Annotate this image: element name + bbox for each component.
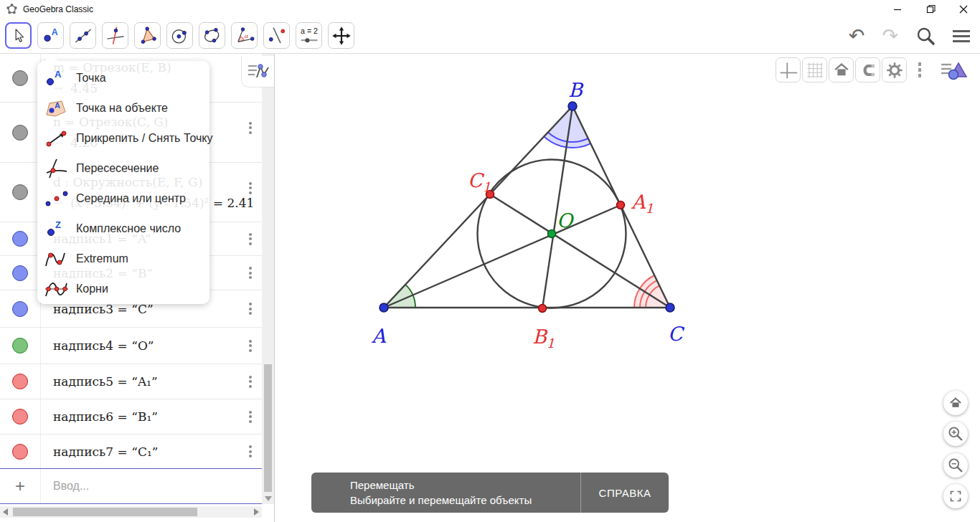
menu-item-extremum[interactable]: Extremum	[37, 244, 209, 274]
gear-icon	[885, 61, 904, 80]
minimize-button[interactable]	[881, 0, 914, 18]
visibility-toggle[interactable]	[12, 374, 28, 389]
tool-point-button[interactable]: A	[37, 22, 64, 49]
tool-reflect-button[interactable]	[263, 22, 290, 49]
visibility-toggle[interactable]	[12, 125, 28, 141]
graphics-more-menu[interactable]	[912, 57, 928, 82]
tool-slider-button[interactable]: a = 2	[296, 22, 322, 49]
row-menu-button[interactable]	[247, 336, 254, 356]
point-O[interactable]	[548, 230, 556, 238]
graphics-settings-button[interactable]	[882, 57, 907, 82]
complex-number-icon: Z	[44, 219, 70, 239]
row-menu-button[interactable]	[247, 442, 254, 462]
row-menu-button[interactable]	[247, 263, 254, 283]
row-menu-button[interactable]	[247, 229, 254, 249]
help-button[interactable]: СПРАВКА	[581, 473, 669, 513]
side-AB[interactable]	[384, 106, 573, 308]
point-icon: A	[44, 68, 70, 88]
title-bar: GeoGebra Classic	[0, 0, 980, 18]
graphics-style-toggle[interactable]	[938, 57, 970, 82]
scroll-right-arrow-icon[interactable]	[254, 508, 259, 516]
point-A[interactable]	[380, 303, 388, 312]
snap-to-grid-button[interactable]	[855, 57, 880, 82]
line-tool-icon	[73, 26, 93, 46]
zoom-in-button[interactable]	[943, 422, 968, 446]
tool-move-button[interactable]	[5, 22, 32, 49]
redo-button-disabled[interactable]: ↷	[882, 27, 898, 46]
point-B[interactable]	[568, 102, 577, 110]
horizontal-scrollbar-thumb[interactable]	[13, 508, 197, 516]
visibility-toggle[interactable]	[12, 338, 28, 353]
add-expression-button[interactable]: +	[15, 476, 25, 496]
visibility-toggle[interactable]	[12, 409, 28, 424]
algebra-row-text5[interactable]: надпись5 = “A₁”	[0, 364, 274, 399]
algebra-row-text7[interactable]: надпись7 = “C₁”	[0, 435, 274, 468]
construction-canvas[interactable]: B A C O C1 A1 B1	[275, 54, 980, 522]
point-B1[interactable]	[539, 305, 547, 313]
visibility-toggle[interactable]	[12, 70, 28, 86]
point-A1[interactable]	[617, 201, 625, 209]
menu-item-point[interactable]: A Точка	[37, 63, 209, 93]
menu-item-complex-number[interactable]: Z Комплексное число	[37, 214, 209, 244]
search-icon[interactable]	[915, 26, 936, 46]
vertical-scrollbar-thumb[interactable]	[264, 364, 272, 492]
tool-move-view-button[interactable]	[328, 22, 354, 49]
restore-button[interactable]	[914, 0, 947, 18]
toggle-axes-button[interactable]	[776, 57, 801, 82]
algebra-row-text4[interactable]: надпись4 = “O”	[0, 328, 274, 364]
svg-text:α: α	[244, 32, 249, 39]
menu-item-midpoint-center[interactable]: Середина или центр	[37, 184, 209, 214]
home-view-button[interactable]	[943, 391, 968, 415]
standard-view-button[interactable]	[829, 57, 854, 82]
fullscreen-button[interactable]	[943, 484, 968, 508]
toolbar: A	[0, 18, 980, 54]
menu-item-roots[interactable]: Корни	[37, 274, 209, 304]
main-menu-icon[interactable]	[953, 27, 970, 45]
circle-tool-icon	[170, 26, 190, 46]
tool-angle-button[interactable]: α	[231, 22, 258, 49]
tool-polygon-button[interactable]	[134, 22, 161, 49]
perpendicular-line-tool-icon	[105, 26, 126, 46]
horizontal-scrollbar[interactable]	[0, 506, 262, 518]
object-definition: надпись5 = “A₁”	[53, 374, 274, 389]
menu-item-point-on-object[interactable]: A Точка на объекте	[37, 93, 209, 123]
algebra-row-text6[interactable]: надпись6 = “B₁”	[0, 399, 274, 435]
axes-icon	[778, 60, 798, 81]
row-menu-button[interactable]	[247, 118, 254, 138]
polygon-tool-icon	[138, 26, 158, 46]
tool-line-button[interactable]	[70, 22, 96, 49]
object-definition: надпись7 = “C₁”	[53, 445, 274, 459]
midpoint-center-icon	[44, 189, 70, 209]
segment-A-A1[interactable]	[384, 205, 621, 308]
zoom-out-button[interactable]	[943, 453, 968, 478]
row-menu-button[interactable]	[247, 299, 254, 319]
visibility-toggle[interactable]	[12, 184, 28, 200]
row-menu-button[interactable]	[247, 407, 254, 427]
menu-item-attach-detach[interactable]: Прикрепить / Снять Точку	[37, 123, 209, 153]
row-menu-button[interactable]	[247, 371, 254, 392]
visibility-toggle[interactable]	[12, 265, 28, 281]
graphics-view[interactable]: B A C O C1 A1 B1	[275, 54, 980, 522]
algebra-style-button[interactable]	[241, 56, 274, 87]
undo-button[interactable]: ↶	[849, 27, 865, 46]
point-on-object-icon: A	[44, 98, 70, 118]
row-menu-button[interactable]	[247, 178, 254, 198]
vertical-scrollbar[interactable]	[262, 54, 274, 504]
tool-circle-button[interactable]	[166, 22, 193, 49]
intersection-icon	[44, 158, 70, 179]
roots-icon	[44, 279, 70, 299]
tool-conic-button[interactable]	[199, 22, 225, 49]
close-button[interactable]	[947, 0, 980, 18]
scroll-left-arrow-icon[interactable]	[3, 508, 8, 516]
toggle-grid-button[interactable]	[802, 57, 827, 82]
visibility-toggle[interactable]	[12, 301, 28, 317]
algebra-input[interactable]	[41, 469, 274, 503]
tool-perpendicular-button[interactable]	[102, 22, 128, 49]
visibility-toggle[interactable]	[12, 444, 28, 460]
point-C[interactable]	[666, 303, 674, 312]
label-B: B	[568, 79, 584, 101]
menu-item-intersection[interactable]: Пересесечение	[37, 153, 209, 184]
scroll-down-arrow-icon[interactable]	[265, 496, 272, 501]
tool-tooltip: Перемещать Выбирайте и перемещайте объек…	[311, 473, 669, 513]
visibility-toggle[interactable]	[12, 231, 28, 247]
